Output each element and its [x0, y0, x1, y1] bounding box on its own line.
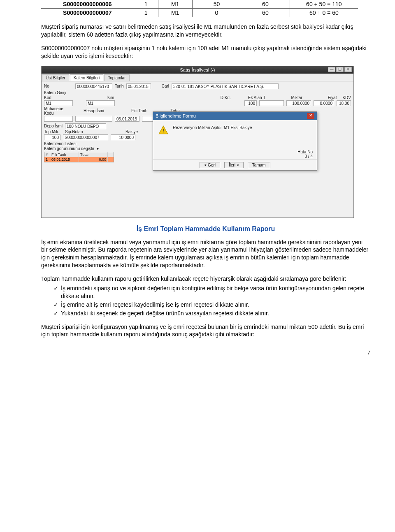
page-number: 7 [367, 349, 370, 356]
chevron-down-icon[interactable]: ▾ [97, 146, 99, 151]
cell-qty: 1 [134, 9, 158, 17]
window-buttons: — ☐ ✕ [328, 67, 352, 72]
paragraph-5: Müşteri siparişi için konfigürasyon yapı… [41, 323, 370, 339]
window-titlebar: Satış İrsaliyesi (-) — ☐ ✕ [42, 66, 353, 74]
cell-prod: M1 [158, 9, 192, 17]
grid-cell-tarih: 05.01.2015 [50, 157, 79, 162]
label-sipnolar: Sip.Noları [65, 130, 88, 134]
cell-prod: M1 [158, 0, 192, 9]
field-ekalan1[interactable] [259, 100, 284, 106]
table-row: S00000000000006 1 M1 50 60 60 + 50 = 110 [41, 0, 358, 9]
label-fiyat: Fiyat [328, 95, 337, 100]
field-tarih[interactable]: 05.01.2015 [126, 83, 151, 89]
field-miktar[interactable]: 100.0000 [286, 100, 311, 106]
modal-message: Rezervasyon Miktarı Aşıldı.:M1 Eksi Baki… [173, 125, 252, 130]
modal-close-button[interactable]: ✕ [307, 113, 314, 119]
field-dkd[interactable]: 100 [244, 100, 257, 106]
value-hata-no: 3 / 4 [157, 154, 313, 159]
cell-qty: 1 [134, 0, 158, 9]
minimize-icon[interactable]: — [328, 67, 335, 72]
field-no[interactable]: 00000000445170 [75, 83, 112, 89]
label-isim: İsim [107, 95, 114, 100]
list-item: İş emrine ait iş emri reçetesi kaydedilm… [53, 301, 370, 309]
modal-footer: < Geri İleri > Tamam [153, 160, 317, 170]
kalem-degistir-dropdown[interactable]: Kalem görünümünü değiştir [44, 146, 94, 151]
label-depo: Depo İsmi [44, 124, 63, 128]
label-kod: Kod [44, 95, 73, 100]
field-kod[interactable]: M1 [44, 100, 73, 106]
grid-head-tarih: Fiili Tarih [50, 152, 79, 157]
field-muhasebe[interactable] [44, 116, 73, 122]
tab-bar: Üst Bilgiler Kalem Bilgileri Toplamlar [42, 74, 353, 81]
window-body: No 00000000445170 Tarih 05.01.2015 Cari … [42, 81, 353, 217]
cell-v2: 60 [241, 0, 290, 9]
info-modal: Bilgilendirme Formu ✕ ! Rezervasyon Mikt… [153, 111, 317, 171]
page-content: S00000000000006 1 M1 50 60 60 + 50 = 110… [0, 0, 395, 361]
tab-kalem-bilgileri[interactable]: Kalem Bilgileri [70, 74, 103, 81]
cell-v1: 0 [192, 9, 241, 17]
grid-head-tutar: Tutar [79, 152, 108, 157]
tamam-button[interactable]: Tamam [248, 162, 270, 168]
label-fiili-tarih: Fiili Tarih [131, 109, 147, 113]
list-item: İş emrindeki sipariş no ve sipkont değer… [53, 285, 370, 300]
field-cari[interactable]: 320-01-181 AKSOY PLASTİK SAN TİCARET A.Ş… [172, 83, 279, 89]
summary-table: S00000000000006 1 M1 50 60 60 + 50 = 110… [41, 0, 358, 17]
section-heading: İş Emri Toplam Hammadde Kullanım Raporu [41, 225, 370, 233]
cell-sum: 60 + 0 = 60 [290, 9, 358, 17]
field-fiyat[interactable]: 0.0000 [314, 100, 334, 106]
paragraph-1: Müşteri sipariş numarası ve satırı belir… [41, 23, 370, 39]
label-tarih: Tarih [115, 84, 124, 88]
tab-toplamlar[interactable]: Toplamlar [104, 74, 129, 81]
window-title: Satış İrsaliyesi (-) [180, 67, 215, 72]
warning-icon: ! [158, 125, 169, 136]
label-kalem-girisi: Kalem Girişi [44, 90, 351, 95]
maximize-icon[interactable]: ☐ [336, 67, 344, 72]
modal-status: Hata No 3 / 4 [153, 149, 317, 160]
field-kdv[interactable]: 18.00 [337, 100, 351, 106]
grid-cell-tutar: 0.00 [79, 157, 108, 162]
grid-row[interactable]: 1 05.01.2015 0.00 [44, 157, 114, 162]
cell-order-no: S00000000000007 [41, 9, 134, 17]
kalem-grid: # Fiili Tarih Tutar 1 05.01.2015 0.00 [44, 152, 114, 162]
field-isim[interactable]: M1 [86, 100, 115, 106]
label-miktar: Miktar [291, 95, 302, 100]
app-screenshot: Satış İrsaliyesi (-) — ☐ ✕ Üst Bilgiler … [41, 66, 354, 218]
paragraph-3: İş emri ekranına üretilecek mamul veya y… [41, 238, 370, 270]
table-row: S00000000000007 1 M1 0 60 60 + 0 = 60 [41, 9, 358, 17]
paragraph-2: S00000000000007 nolu müşteri siparişinin… [41, 44, 370, 60]
svg-text:!: ! [163, 127, 164, 134]
paragraph-4: Toplam hammadde kullanım raporu getirili… [41, 275, 370, 283]
modal-titlebar: Bilgilendirme Formu ✕ [153, 112, 317, 120]
grid-head-num: # [44, 152, 50, 157]
label-ekalan1: Ek Alan-1 [248, 95, 266, 100]
cell-sum: 60 + 50 = 110 [290, 0, 358, 9]
field-fiili-tarih[interactable]: 05.01.2015 [115, 116, 139, 122]
field-hesap[interactable] [75, 116, 112, 122]
label-muhasebe-kodu: Muhasebe Kodu [44, 106, 73, 116]
grid-cell-num: 1 [44, 157, 50, 162]
cell-v1: 50 [192, 0, 241, 9]
cell-v2: 60 [241, 9, 290, 17]
label-hata-no: Hata No [157, 150, 313, 154]
geri-button[interactable]: < Geri [200, 162, 220, 168]
close-icon[interactable]: ✕ [344, 67, 352, 72]
label-topmik: Top.Mik. [44, 130, 63, 134]
field-sipnolar[interactable]: S00000000000007 [63, 134, 108, 140]
field-depo[interactable]: 100 NOLU DEPO [65, 123, 106, 129]
label-hesap-ismi: Hesap İsmi [84, 109, 104, 113]
field-bakiye[interactable]: 10.0000 [111, 134, 135, 140]
ileri-button[interactable]: İleri > [224, 162, 244, 168]
bullet-list: İş emrindeki sipariş no ve sipkont değer… [41, 285, 370, 317]
field-topmik[interactable]: 100 [44, 134, 60, 140]
label-bakiye: Bakiye [125, 130, 138, 134]
modal-title-text: Bilgilendirme Formu [156, 113, 196, 118]
label-cari: Cari [162, 84, 169, 88]
label-no: No [44, 84, 73, 88]
list-item: Yukarıdaki iki seçenek de geçerli değils… [53, 310, 370, 317]
cell-order-no: S00000000000006 [41, 0, 134, 9]
label-dkd: D.Kd. [221, 95, 231, 100]
label-kdv: KDV [342, 95, 351, 100]
tab-ust-bilgiler[interactable]: Üst Bilgiler [42, 74, 69, 81]
